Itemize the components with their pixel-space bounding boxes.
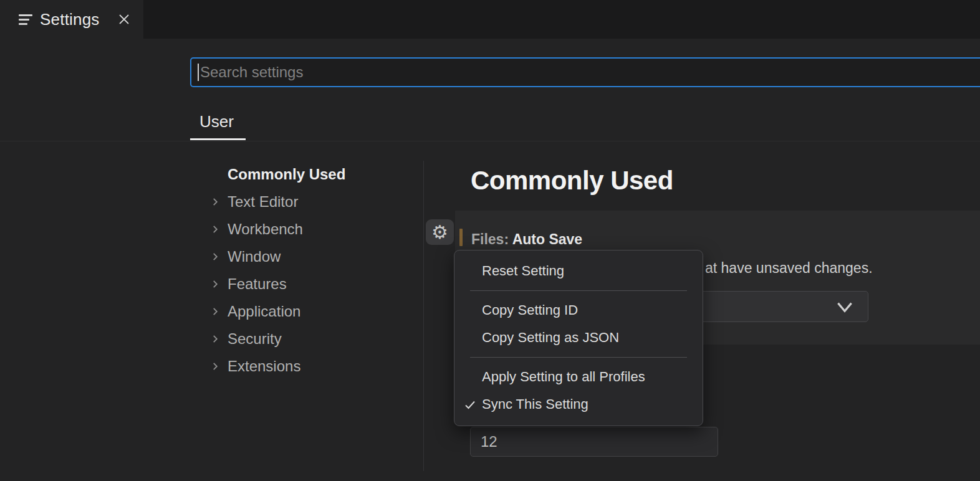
toc-item-label: Application: [228, 303, 300, 320]
menu-divider: [470, 357, 687, 358]
toc-item-label: Features: [228, 275, 287, 293]
menu-item-copy-setting-id[interactable]: Copy Setting ID: [454, 297, 703, 324]
tab-user-scope[interactable]: User: [199, 112, 234, 131]
search-input[interactable]: [190, 57, 980, 87]
setting-category: Files:: [471, 231, 509, 247]
chevron-right-icon: [209, 251, 221, 262]
toc-item-label: Security: [228, 330, 282, 348]
setting-description: at have unsaved changes.: [705, 260, 873, 277]
menu-item-sync-this-setting[interactable]: Sync This Setting: [454, 391, 703, 418]
toc-item-label: Text Editor: [228, 193, 298, 211]
toc-item-window[interactable]: Window: [209, 247, 281, 267]
chevron-right-icon: [209, 224, 221, 235]
checkmark-icon: [463, 398, 478, 416]
toc-item-label: Extensions: [228, 358, 300, 375]
toc-item-label: Window: [228, 248, 281, 265]
chevron-down-icon: [834, 299, 855, 318]
menu-item-label: Sync This Setting: [482, 396, 588, 412]
toc-content-divider: [423, 161, 424, 471]
modified-indicator: [459, 229, 463, 246]
tab-title: Settings: [40, 10, 115, 29]
toc-item-features[interactable]: Features: [209, 274, 287, 294]
setting-gear-button[interactable]: ⚙: [426, 219, 454, 245]
toc-item-label: Workbench: [228, 221, 303, 238]
menu-divider: [470, 290, 687, 291]
tabs-divider: [0, 141, 980, 141]
toc-item-label: Commonly Used: [228, 166, 345, 183]
active-tab-underline: [190, 138, 246, 140]
text-cursor: [198, 64, 199, 81]
chevron-right-icon: [209, 196, 221, 207]
settings-editor: Settings User Commonly Used Text Editor …: [0, 0, 980, 481]
chevron-right-icon: [209, 333, 221, 345]
setting-context-menu: Reset Setting Copy Setting ID Copy Setti…: [454, 250, 703, 426]
toc-item-text-editor[interactable]: Text Editor: [209, 192, 298, 212]
tab-settings[interactable]: Settings: [0, 0, 143, 39]
close-icon[interactable]: [115, 10, 133, 29]
menu-item-apply-setting-all-profiles[interactable]: Apply Setting to all Profiles: [454, 363, 703, 391]
setting-name: Auto Save: [512, 231, 582, 247]
toc-item-extensions[interactable]: Extensions: [209, 356, 300, 376]
gear-icon: ⚙: [431, 223, 448, 242]
chevron-right-icon: [209, 279, 221, 290]
chevron-right-icon: [209, 361, 221, 372]
settings-list-icon: [19, 14, 32, 25]
page-title: Commonly Used: [471, 166, 673, 196]
setting-label: Files: Auto Save: [471, 231, 582, 248]
toc-item-commonly-used[interactable]: Commonly Used: [228, 164, 345, 184]
menu-item-copy-setting-as-json[interactable]: Copy Setting as JSON: [454, 324, 703, 351]
chevron-right-icon: [209, 306, 221, 317]
auto-save-delay-input[interactable]: [470, 427, 718, 457]
tab-bar: Settings: [0, 0, 980, 39]
toc-item-workbench[interactable]: Workbench: [209, 219, 303, 239]
menu-item-reset-setting[interactable]: Reset Setting: [454, 257, 703, 285]
toc-item-security[interactable]: Security: [209, 329, 282, 349]
toc-item-application[interactable]: Application: [209, 302, 300, 321]
